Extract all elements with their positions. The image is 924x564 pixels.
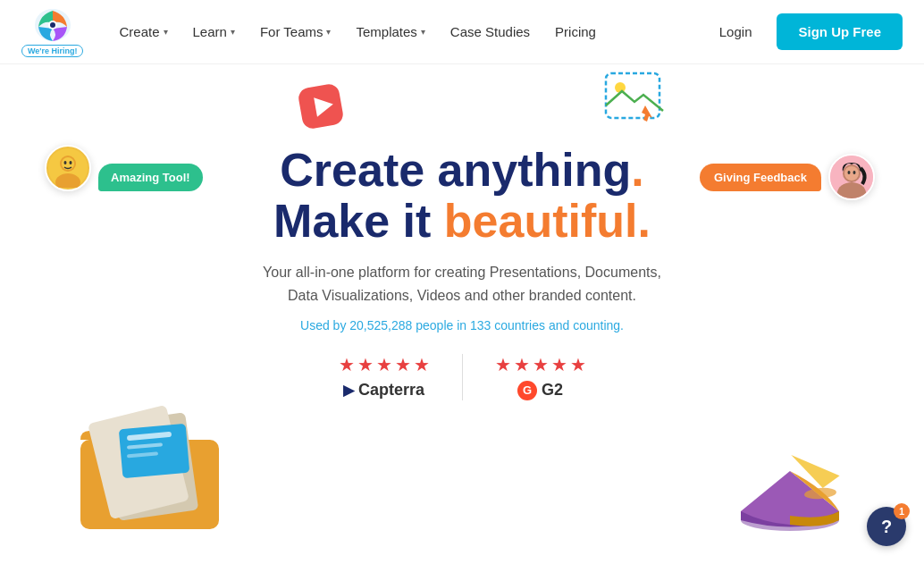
help-button[interactable]: ? 1 xyxy=(867,507,906,546)
logo[interactable]: We're Hiring! xyxy=(21,7,83,57)
hero-line1: Create anything. xyxy=(273,145,651,196)
svg-point-13 xyxy=(70,161,72,164)
help-badge: 1 xyxy=(894,503,910,519)
nav-item-templates[interactable]: Templates ▾ xyxy=(345,17,435,46)
svg-rect-23 xyxy=(119,424,190,478)
svg-rect-5 xyxy=(606,73,659,118)
rating-g2: ★ ★ ★ ★ ★ G G2 xyxy=(462,354,618,400)
logo-icon xyxy=(33,7,72,43)
g2-icon: G xyxy=(517,381,537,400)
avatar-woman xyxy=(828,154,875,200)
image-icon-decoration xyxy=(604,72,665,129)
hero-used-text: Used by 20,525,288 people in 133 countri… xyxy=(300,318,624,333)
nav-item-create[interactable]: Create ▾ xyxy=(108,17,178,46)
svg-point-18 xyxy=(848,171,851,174)
capterra-logo: ▶ Capterra xyxy=(343,381,424,400)
ratings-section: ★ ★ ★ ★ ★ ▶ Capterra ★ ★ ★ ★ ★ G G2 xyxy=(307,354,618,400)
hero-subtext: Your all-in-one platform for creating Pr… xyxy=(263,261,661,307)
capterra-icon: ▶ xyxy=(343,382,354,399)
capterra-stars: ★ ★ ★ ★ ★ xyxy=(339,354,430,375)
signup-button[interactable]: Sign Up Free xyxy=(777,13,903,50)
folder-decoration xyxy=(71,400,241,546)
pie-chart-decoration xyxy=(727,444,853,555)
bubble-amazing: Amazing Tool! xyxy=(98,164,203,191)
chevron-down-icon: ▾ xyxy=(421,27,425,37)
svg-point-12 xyxy=(64,161,67,164)
svg-marker-7 xyxy=(642,105,652,122)
nav-right: Login Sign Up Free xyxy=(709,13,903,50)
g2-logo: G G2 xyxy=(517,381,563,400)
nav-item-for-teams[interactable]: For Teams ▾ xyxy=(249,17,342,46)
chevron-down-icon: ▾ xyxy=(231,27,235,37)
bubble-feedback: Giving Feedback xyxy=(700,164,821,191)
avatar-man xyxy=(45,145,91,191)
hiring-badge: We're Hiring! xyxy=(21,45,83,57)
hero-section: Amazing Tool! Giving Feedback Create any… xyxy=(0,64,924,564)
amazing-tool-decoration: Amazing Tool! xyxy=(45,145,203,191)
hero-line2: Make it beautiful. xyxy=(273,196,651,247)
login-button[interactable]: Login xyxy=(709,17,763,46)
play-icon-decoration xyxy=(295,80,347,136)
nav-item-pricing[interactable]: Pricing xyxy=(544,17,607,46)
svg-point-19 xyxy=(853,171,856,174)
navbar: We're Hiring! Create ▾ Learn ▾ For Teams… xyxy=(0,0,924,64)
svg-point-2 xyxy=(50,22,55,28)
nav-links: Create ▾ Learn ▾ For Teams ▾ Templates ▾… xyxy=(108,17,708,46)
chevron-down-icon: ▾ xyxy=(164,27,168,37)
hero-heading: Create anything. Make it beautiful. xyxy=(273,145,651,247)
nav-item-case-studies[interactable]: Case Studies xyxy=(440,17,541,46)
svg-point-16 xyxy=(844,166,859,181)
rating-capterra: ★ ★ ★ ★ ★ ▶ Capterra xyxy=(307,354,462,400)
chevron-down-icon: ▾ xyxy=(326,27,331,37)
g2-stars: ★ ★ ★ ★ ★ xyxy=(495,354,586,375)
nav-item-learn[interactable]: Learn ▾ xyxy=(182,17,246,46)
feedback-decoration: Giving Feedback xyxy=(700,154,875,200)
